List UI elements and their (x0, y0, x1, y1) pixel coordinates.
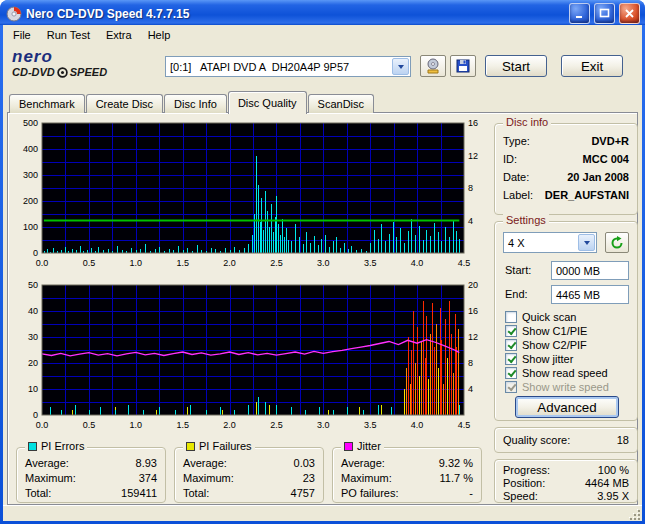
stat-label: Total: (25, 487, 51, 499)
menu-extra[interactable]: Extra (98, 27, 140, 43)
svg-text:20: 20 (28, 358, 38, 368)
checkbox-show-jitter[interactable]: Show jitter (505, 352, 631, 366)
stat-label: Maximum: (25, 472, 76, 484)
refresh-button[interactable] (605, 232, 629, 253)
speed-select[interactable]: 4 X (503, 232, 597, 253)
tab-scandisc[interactable]: ScanDisc (308, 94, 374, 113)
client-area: File Run Test Extra Help nero CD-DVD SPE… (3, 25, 642, 521)
maximize-button[interactable] (594, 3, 615, 24)
checkbox-box (505, 367, 517, 379)
svg-text:3.0: 3.0 (317, 258, 330, 268)
minimize-icon (574, 8, 585, 19)
checkbox-show-write-speed[interactable]: Show write speed (505, 380, 631, 394)
checkbox-label: Show jitter (522, 353, 573, 365)
start-button[interactable]: Start (485, 55, 547, 77)
tab-disc-info[interactable]: Disc Info (164, 94, 227, 113)
stat-label: Average: (25, 457, 69, 469)
svg-text:3.5: 3.5 (364, 258, 377, 268)
close-icon (624, 8, 635, 19)
svg-text:0: 0 (33, 410, 38, 420)
tab-create-disc[interactable]: Create Disc (86, 94, 163, 113)
svg-text:4.0: 4.0 (411, 258, 424, 268)
pif-jitter-chart: 01020304050481216200.00.51.01.52.02.53.0… (12, 281, 490, 439)
field-value: 20 Jan 2008 (567, 171, 629, 183)
stat-value: 374 (139, 472, 157, 484)
app-window: Nero CD-DVD Speed 4.7.7.15 File Run Test… (0, 0, 645, 524)
svg-text:300: 300 (23, 170, 38, 180)
chevron-down-icon[interactable] (578, 234, 595, 251)
svg-text:40: 40 (28, 306, 38, 316)
progress-group: Progress:100 % Position:4464 MB Speed:3.… (494, 459, 638, 503)
svg-text:1.5: 1.5 (176, 258, 189, 268)
pi-failures-swatch (186, 442, 195, 451)
menu-run-test[interactable]: Run Test (39, 27, 98, 43)
tab-benchmark[interactable]: Benchmark (9, 94, 85, 113)
status-bar (3, 505, 642, 521)
start-input[interactable]: 0000 MB (551, 261, 629, 280)
svg-text:0: 0 (33, 248, 38, 258)
svg-text:20: 20 (468, 281, 478, 290)
group-title: Settings (503, 214, 549, 226)
field-label: Date: (503, 171, 529, 183)
stat-value: - (469, 487, 473, 499)
eject-icon (425, 58, 441, 74)
resize-grip[interactable] (628, 508, 641, 521)
start-input-value: 0000 MB (556, 265, 600, 277)
quality-score-value: 18 (617, 434, 629, 446)
stat-value: 8.93 (136, 457, 157, 469)
end-input[interactable]: 4465 MB (551, 285, 629, 304)
save-button[interactable] (450, 55, 476, 77)
stat-label: Maximum: (183, 472, 234, 484)
stat-label: Average: (183, 457, 227, 469)
disc-info-group: Disc info Type:DVD+R ID:MCC 004 Date:20 … (494, 123, 638, 215)
svg-text:8: 8 (468, 183, 473, 193)
svg-text:1.5: 1.5 (176, 420, 189, 430)
checkbox-show-read-speed[interactable]: Show read speed (505, 366, 631, 380)
chevron-down-icon[interactable] (392, 58, 409, 75)
checkbox-quick-scan[interactable]: Quick scan (505, 310, 631, 324)
menu-bar: File Run Test Extra Help (3, 25, 642, 44)
field-value: MCC 004 (583, 153, 629, 165)
pi-errors-panel: PI Errors Average:8.93 Maximum:374 Total… (16, 447, 166, 503)
svg-text:200: 200 (23, 196, 38, 206)
group-title: Disc info (503, 116, 551, 128)
panel-title: Jitter (357, 440, 381, 452)
start-label: Start: (505, 264, 531, 276)
disc-quality-page: 01002003004005004812160.00.51.01.52.02.5… (7, 112, 638, 505)
stat-label: PO failures: (341, 487, 398, 499)
logo-text-cddvd: CD-DVD (12, 66, 55, 78)
checkbox-box (505, 339, 517, 351)
floppy-icon (455, 58, 471, 74)
logo-text-speed: SPEED (70, 66, 107, 78)
speed-value: 3.95 X (597, 490, 629, 502)
pi-errors-chart: 01002003004005004812160.00.51.01.52.02.5… (12, 119, 490, 277)
eject-button[interactable] (420, 55, 446, 77)
checkbox-box (505, 311, 517, 323)
svg-text:500: 500 (23, 119, 38, 128)
field-label: ID: (503, 153, 517, 165)
advanced-button[interactable]: Advanced (515, 396, 619, 418)
checkbox-show-c2-pif[interactable]: Show C2/PIF (505, 338, 631, 352)
close-button[interactable] (619, 3, 640, 24)
speed-label: Speed: (503, 490, 538, 502)
tab-strip: Benchmark Create Disc Disc Info Disc Qua… (9, 90, 375, 113)
window-title: Nero CD-DVD Speed 4.7.7.15 (26, 7, 565, 21)
stat-value: 9.32 % (439, 457, 473, 469)
stat-value: 159411 (121, 487, 157, 499)
panel-title: PI Errors (41, 440, 84, 452)
exit-button[interactable]: Exit (561, 55, 623, 77)
menu-file[interactable]: File (5, 27, 39, 43)
minimize-button[interactable] (569, 3, 590, 24)
checkbox-show-c1-pie[interactable]: Show C1/PIE (505, 324, 631, 338)
tab-disc-quality[interactable]: Disc Quality (228, 91, 307, 114)
maximize-icon (599, 8, 610, 19)
menu-help[interactable]: Help (140, 27, 179, 43)
drive-select[interactable]: [0:1] ATAPI DVD A DH20A4P 9P57 (165, 56, 411, 77)
field-label: Label: (503, 189, 533, 201)
svg-text:4.5: 4.5 (458, 258, 471, 268)
field-value: DVD+R (591, 135, 629, 147)
svg-text:3.5: 3.5 (364, 420, 377, 430)
pi-errors-swatch (28, 442, 37, 451)
stat-value: 0.03 (294, 457, 315, 469)
nero-logo: nero CD-DVD SPEED (12, 48, 162, 78)
